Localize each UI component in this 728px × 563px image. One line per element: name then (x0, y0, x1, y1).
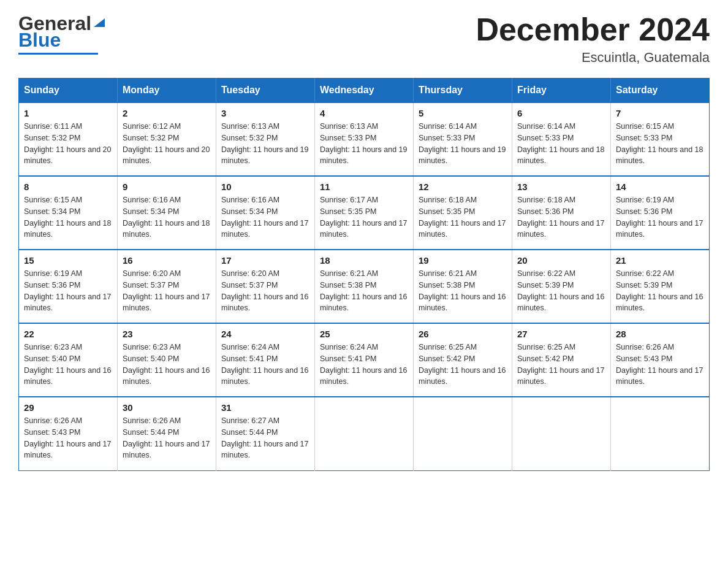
daylight-label: Daylight: 11 hours and 18 minutes. (24, 219, 111, 239)
day-number: 20 (517, 255, 605, 266)
day-number: 19 (419, 255, 507, 266)
sunset-label: Sunset: 5:32 PM (24, 134, 80, 142)
daylight-label: Daylight: 11 hours and 17 minutes. (221, 219, 308, 239)
day-info: Sunrise: 6:25 AM Sunset: 5:42 PM Dayligh… (419, 342, 507, 388)
calendar-cell (414, 397, 512, 470)
daylight-label: Daylight: 11 hours and 20 minutes. (123, 145, 210, 166)
calendar-cell: 21 Sunrise: 6:22 AM Sunset: 5:39 PM Dayl… (611, 250, 710, 323)
calendar-cell: 3 Sunrise: 6:13 AM Sunset: 5:32 PM Dayli… (216, 102, 315, 176)
calendar-cell: 15 Sunrise: 6:19 AM Sunset: 5:36 PM Dayl… (19, 250, 118, 323)
day-info: Sunrise: 6:18 AM Sunset: 5:35 PM Dayligh… (419, 194, 507, 240)
day-number: 28 (616, 329, 704, 339)
day-info: Sunrise: 6:22 AM Sunset: 5:39 PM Dayligh… (616, 268, 704, 314)
calendar-cell: 6 Sunrise: 6:14 AM Sunset: 5:33 PM Dayli… (512, 102, 611, 176)
daylight-label: Daylight: 11 hours and 16 minutes. (517, 293, 604, 313)
day-info: Sunrise: 6:16 AM Sunset: 5:34 PM Dayligh… (123, 194, 211, 240)
day-number: 22 (24, 329, 112, 339)
daylight-label: Daylight: 11 hours and 19 minutes. (221, 145, 308, 166)
calendar-week-1: 1 Sunrise: 6:11 AM Sunset: 5:32 PM Dayli… (19, 102, 710, 176)
daylight-label: Daylight: 11 hours and 17 minutes. (24, 440, 111, 460)
sunset-label: Sunset: 5:36 PM (616, 207, 672, 216)
sunrise-label: Sunrise: 6:26 AM (24, 416, 82, 425)
day-number: 15 (24, 255, 112, 266)
calendar-cell (315, 397, 414, 470)
calendar-cell: 9 Sunrise: 6:16 AM Sunset: 5:34 PM Dayli… (118, 176, 216, 250)
day-info: Sunrise: 6:20 AM Sunset: 5:37 PM Dayligh… (123, 268, 211, 314)
day-number: 14 (616, 182, 704, 192)
col-tuesday: Tuesday (216, 79, 315, 103)
sunset-label: Sunset: 5:38 PM (419, 281, 475, 289)
daylight-label: Daylight: 11 hours and 16 minutes. (221, 293, 308, 313)
sunrise-label: Sunrise: 6:15 AM (616, 122, 674, 131)
sunrise-label: Sunrise: 6:22 AM (616, 269, 674, 278)
day-number: 29 (24, 402, 112, 413)
sunrise-label: Sunrise: 6:18 AM (517, 196, 575, 204)
calendar-cell: 5 Sunrise: 6:14 AM Sunset: 5:33 PM Dayli… (414, 102, 512, 176)
calendar-cell: 10 Sunrise: 6:16 AM Sunset: 5:34 PM Dayl… (216, 176, 315, 250)
day-info: Sunrise: 6:14 AM Sunset: 5:33 PM Dayligh… (517, 121, 605, 167)
sunset-label: Sunset: 5:44 PM (221, 428, 278, 437)
sunset-label: Sunset: 5:37 PM (221, 281, 278, 289)
sunset-label: Sunset: 5:39 PM (616, 281, 672, 289)
calendar-table: Sunday Monday Tuesday Wednesday Thursday… (18, 78, 710, 471)
calendar-cell: 23 Sunrise: 6:23 AM Sunset: 5:40 PM Dayl… (118, 323, 216, 397)
sunset-label: Sunset: 5:43 PM (24, 428, 80, 437)
daylight-label: Daylight: 11 hours and 17 minutes. (320, 219, 407, 239)
col-friday: Friday (512, 79, 611, 103)
sunrise-label: Sunrise: 6:26 AM (123, 416, 181, 425)
svg-marker-0 (94, 18, 105, 27)
sunrise-label: Sunrise: 6:19 AM (24, 269, 82, 278)
day-number: 17 (221, 255, 309, 266)
calendar-header: Sunday Monday Tuesday Wednesday Thursday… (19, 79, 710, 103)
calendar-body: 1 Sunrise: 6:11 AM Sunset: 5:32 PM Dayli… (19, 102, 710, 470)
calendar-cell: 2 Sunrise: 6:12 AM Sunset: 5:32 PM Dayli… (118, 102, 216, 176)
sunset-label: Sunset: 5:44 PM (123, 428, 179, 437)
sunrise-label: Sunrise: 6:16 AM (123, 196, 181, 204)
day-info: Sunrise: 6:16 AM Sunset: 5:34 PM Dayligh… (221, 194, 309, 240)
daylight-label: Daylight: 11 hours and 18 minutes. (517, 145, 604, 166)
sunrise-label: Sunrise: 6:27 AM (221, 416, 279, 425)
daylight-label: Daylight: 11 hours and 17 minutes. (616, 219, 703, 239)
daylight-label: Daylight: 11 hours and 16 minutes. (24, 366, 111, 386)
day-info: Sunrise: 6:14 AM Sunset: 5:33 PM Dayligh… (419, 121, 507, 167)
day-number: 26 (419, 329, 507, 339)
sunrise-label: Sunrise: 6:14 AM (419, 122, 477, 131)
calendar-cell: 30 Sunrise: 6:26 AM Sunset: 5:44 PM Dayl… (118, 397, 216, 470)
day-number: 24 (221, 329, 309, 339)
sunrise-label: Sunrise: 6:24 AM (221, 343, 279, 351)
day-info: Sunrise: 6:20 AM Sunset: 5:37 PM Dayligh… (221, 268, 309, 314)
sunset-label: Sunset: 5:33 PM (419, 134, 475, 142)
col-saturday: Saturday (611, 79, 710, 103)
day-number: 2 (123, 108, 211, 118)
sunset-label: Sunset: 5:38 PM (320, 281, 376, 289)
logo: General Blue (18, 12, 106, 55)
daylight-label: Daylight: 11 hours and 19 minutes. (419, 145, 506, 166)
day-info: Sunrise: 6:24 AM Sunset: 5:41 PM Dayligh… (221, 342, 309, 388)
day-number: 8 (24, 182, 112, 192)
daylight-label: Daylight: 11 hours and 17 minutes. (123, 293, 210, 313)
calendar-cell: 26 Sunrise: 6:25 AM Sunset: 5:42 PM Dayl… (414, 323, 512, 397)
day-number: 9 (123, 182, 211, 192)
col-sunday: Sunday (19, 79, 118, 103)
sunrise-label: Sunrise: 6:25 AM (517, 343, 575, 351)
daylight-label: Daylight: 11 hours and 16 minutes. (221, 366, 308, 386)
daylight-label: Daylight: 11 hours and 17 minutes. (419, 219, 506, 239)
col-monday: Monday (118, 79, 216, 103)
daylight-label: Daylight: 11 hours and 16 minutes. (123, 366, 210, 386)
sunrise-label: Sunrise: 6:13 AM (221, 122, 279, 131)
sunset-label: Sunset: 5:34 PM (221, 207, 278, 216)
calendar-cell: 27 Sunrise: 6:25 AM Sunset: 5:42 PM Dayl… (512, 323, 611, 397)
sunset-label: Sunset: 5:42 PM (419, 354, 475, 363)
daylight-label: Daylight: 11 hours and 20 minutes. (24, 145, 111, 166)
calendar-cell: 12 Sunrise: 6:18 AM Sunset: 5:35 PM Dayl… (414, 176, 512, 250)
calendar-cell: 24 Sunrise: 6:24 AM Sunset: 5:41 PM Dayl… (216, 323, 315, 397)
day-number: 6 (517, 108, 605, 118)
day-number: 13 (517, 182, 605, 192)
calendar-week-3: 15 Sunrise: 6:19 AM Sunset: 5:36 PM Dayl… (19, 250, 710, 323)
sunrise-label: Sunrise: 6:16 AM (221, 196, 279, 204)
sunset-label: Sunset: 5:39 PM (517, 281, 574, 289)
sunset-label: Sunset: 5:34 PM (123, 207, 179, 216)
day-info: Sunrise: 6:24 AM Sunset: 5:41 PM Dayligh… (320, 342, 408, 388)
day-number: 27 (517, 329, 605, 339)
logo-triangle-icon (93, 16, 106, 29)
